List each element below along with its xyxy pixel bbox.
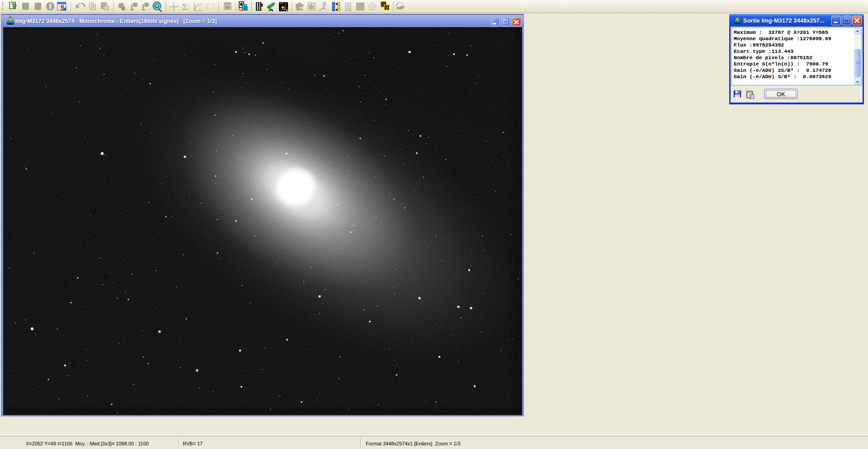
svg-text:Σ: Σ bbox=[182, 2, 188, 12]
